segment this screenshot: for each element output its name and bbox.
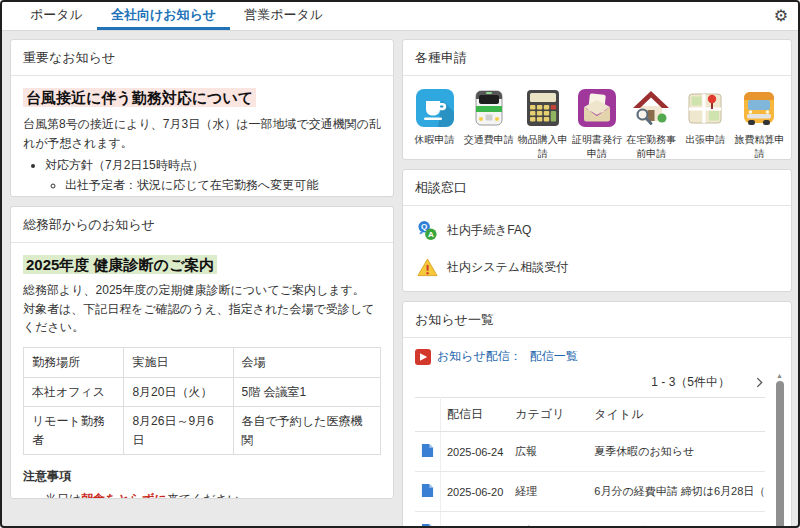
notice-category: 広報	[509, 432, 588, 472]
note-item: 当日は朝食をとらずに来てください。	[45, 490, 381, 499]
table-row[interactable]: 2025-06-24 広報 夏季休暇のお知らせ	[415, 432, 765, 472]
applications-panel-title: 各種申請	[403, 40, 791, 76]
typhoon-notice-intro: 台風第8号の接近により、7月3日（水）は一部地域で交通機関の乱れが予想されます。	[23, 115, 381, 152]
document-icon	[421, 443, 434, 458]
health-col-header: 会場	[233, 348, 380, 378]
app-label: 物品購入申請	[517, 133, 568, 160]
source-link-label: 配信一覧	[530, 348, 578, 365]
portal-tab-bar: ポータル 全社向けお知らせ 営業ポータル ⚙	[2, 2, 798, 31]
source-label: お知らせ配信：	[437, 348, 522, 365]
app-label: 交通費申請	[464, 133, 514, 147]
important-panel-title: 重要なお知らせ	[11, 40, 393, 76]
vertical-scrollbar[interactable]: ▲ ▼	[775, 372, 784, 528]
content-area: 重要なお知らせ 台風接近に伴う勤務対応について 台風第8号の接近により、7月3日…	[2, 31, 798, 528]
consult-link-feedback[interactable]: 要望受付	[415, 286, 779, 292]
health-cell: 各自で予約した医療機関	[233, 407, 380, 455]
health-cell: リモート勤務者	[24, 407, 124, 455]
general-affairs-panel: 総務部からのお知らせ 2025年度 健康診断のご案内 総務部より、2025年度の…	[10, 206, 394, 499]
app-link-purchase[interactable]: 物品購入申請	[517, 88, 568, 160]
consult-label: 社内手続きFAQ	[447, 221, 531, 240]
table-row: 本社オフィス 8月20日（火） 5階 会議室1	[24, 377, 381, 407]
svg-text:Q: Q	[421, 222, 427, 231]
envelope-icon	[577, 88, 617, 128]
app-link-transport-expense[interactable]: 交通費申請	[463, 88, 514, 160]
important-notice-panel: 重要なお知らせ 台風接近に伴う勤務対応について 台風第8号の接近により、7月3日…	[10, 39, 394, 197]
health-col-header: 実施日	[124, 348, 233, 378]
health-check-intro2: 対象者は、下記日程をご確認のうえ、指定された会場で受診してください。	[23, 300, 381, 337]
tab-sales-portal-label: 営業ポータル	[244, 6, 323, 24]
health-cell: 本社オフィス	[24, 377, 124, 407]
app-link-business-trip[interactable]: 出張申請	[680, 88, 731, 160]
policy-list: 対応方針（7月2日15時時点） 出社予定者：状況に応じて在宅勤務へ変更可能 出張…	[45, 156, 381, 197]
notice-title: 夏季休暇のお知らせ	[588, 432, 765, 472]
portal-window: ポータル 全社向けお知らせ 営業ポータル ⚙ 重要なお知らせ 台風接近に伴う勤務…	[0, 0, 800, 528]
table-row[interactable]: 2025-06-18 情報システム ファイル共有システムのメンテナンス予定	[415, 512, 765, 528]
no-breakfast-emphasis: 朝食をとらずに	[81, 492, 166, 499]
tab-company-news-label: 全社向けお知らせ	[111, 6, 216, 24]
general-affairs-panel-title: 総務部からのお知らせ	[11, 207, 393, 243]
warning-triangle-icon	[417, 257, 438, 278]
notices-panel-title: お知らせ一覧	[403, 302, 791, 338]
app-label: 在宅勤務事前申請	[626, 133, 677, 160]
app-label: 出張申請	[685, 133, 725, 147]
table-row[interactable]: 2025-06-20 経理 6月分の経費申請 締切は6月28日（金）です	[415, 472, 765, 512]
table-row: リモート勤務者 8月26日～9月6日 各自で予約した医療機関	[24, 407, 381, 455]
consult-label: 社内システム相談受付	[447, 258, 568, 277]
notice-date: 2025-06-18	[441, 512, 510, 528]
consultation-panel: 相談窓口 Q A 社内手続きFAQ	[402, 169, 792, 292]
health-col-header: 勤務場所	[24, 348, 124, 378]
notes-list: 当日は朝食をとらずに来てください。 リモート勤務者は、添付ファイル「医療機関一覧…	[45, 490, 381, 499]
notice-title: 6月分の経費申請 締切は6月28日（金）です	[588, 472, 765, 512]
qa-bubbles-icon: Q A	[417, 220, 438, 241]
app-link-remote-work[interactable]: 在宅勤務事前申請	[626, 88, 677, 160]
next-page-chevron-icon[interactable]	[756, 377, 763, 388]
document-icon	[421, 483, 434, 498]
notice-icon-col-header	[415, 398, 441, 432]
notice-category: 経理	[509, 472, 588, 512]
app-link-travel-expense[interactable]: 旅費精算申請	[734, 88, 785, 160]
gear-icon[interactable]: ⚙	[774, 6, 788, 25]
train-icon	[469, 88, 509, 128]
health-check-table: 勤務場所 実施日 会場 本社オフィス 8月20日（火） 5階 会議室1 リモート…	[23, 347, 381, 455]
left-column: 重要なお知らせ 台風接近に伴う勤務対応について 台風第8号の接近により、7月3日…	[10, 39, 394, 528]
app-link-vacation[interactable]: 休暇申請	[409, 88, 460, 160]
broadcast-icon	[415, 349, 431, 365]
health-cell: 8月20日（火）	[124, 377, 233, 407]
health-check-intro1: 総務部より、2025年度の定期健康診断についてご案内します。	[23, 281, 381, 300]
policy-item: 出張・外出：原則禁止	[65, 196, 381, 197]
app-label: 休暇申請	[415, 133, 455, 147]
pagination-top: 1 - 3（5件中）	[651, 374, 730, 391]
notice-source-link[interactable]: お知らせ配信： 配信一覧	[415, 348, 765, 365]
app-label: 証明書発行申請	[571, 133, 622, 160]
right-column: 各種申請 休暇申請	[402, 39, 792, 528]
vertical-scrollbar-thumb[interactable]	[776, 381, 784, 528]
health-check-title: 2025年度 健康診断のご案内	[23, 255, 217, 274]
typhoon-notice-title: 台風接近に伴う勤務対応について	[23, 88, 256, 107]
document-icon	[421, 523, 434, 528]
tab-company-news[interactable]: 全社向けお知らせ	[97, 2, 230, 30]
map-pin-icon	[685, 88, 725, 128]
applications-panel: 各種申請 休暇申請	[402, 39, 792, 160]
app-link-certificate[interactable]: 証明書発行申請	[571, 88, 622, 160]
notice-col-header: 配信日	[441, 398, 510, 432]
notice-col-header: タイトル	[588, 398, 765, 432]
scroll-up-icon[interactable]: ▲	[776, 372, 783, 379]
app-label: 旅費精算申請	[734, 133, 785, 160]
notices-panel: お知らせ一覧 お知らせ配信： 配信一覧 1 - 3（5件中）	[402, 301, 792, 528]
consult-link-system-support[interactable]: 社内システム相談受付	[415, 249, 779, 286]
health-cell: 5階 会議室1	[233, 377, 380, 407]
notice-date: 2025-06-24	[441, 432, 510, 472]
coffee-cup-icon	[415, 88, 455, 128]
notices-table: 配信日 カテゴリ タイトル 2025-06-24 広報 夏季休暇のお知らせ	[415, 397, 765, 528]
notice-title: ファイル共有システムのメンテナンス予定	[588, 512, 765, 528]
tab-portal[interactable]: ポータル	[16, 2, 97, 30]
svg-text:A: A	[428, 230, 434, 239]
house-search-icon	[631, 88, 671, 128]
notice-col-header: カテゴリ	[509, 398, 588, 432]
policy-item: 出社予定者：状況に応じて在宅勤務へ変更可能	[65, 176, 381, 195]
health-cell: 8月26日～9月6日	[124, 407, 233, 455]
notes-label: 注意事項	[23, 467, 381, 486]
notice-date: 2025-06-20	[441, 472, 510, 512]
consult-link-faq[interactable]: Q A 社内手続きFAQ	[415, 212, 779, 249]
tab-sales-portal[interactable]: 営業ポータル	[230, 2, 337, 30]
